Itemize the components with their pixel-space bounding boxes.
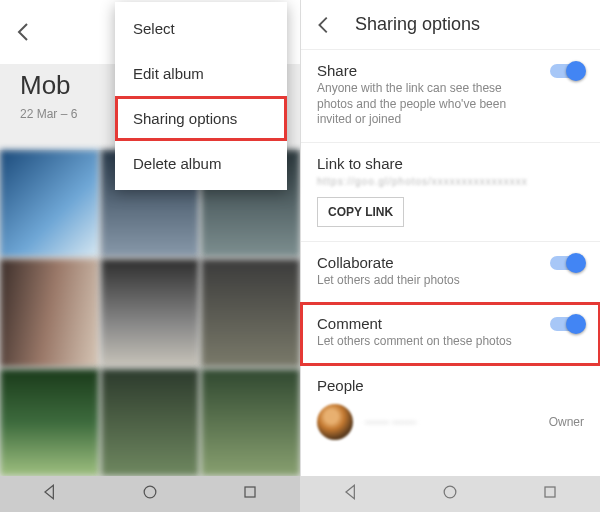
photo-grid — [0, 150, 300, 476]
link-section: Link to share https://goo.gl/photos/xxxx… — [301, 143, 600, 242]
svg-rect-3 — [545, 487, 555, 497]
photo-thumb[interactable] — [0, 369, 99, 476]
nav-recent-icon[interactable] — [240, 482, 260, 506]
overflow-menu: Select Edit album Sharing options Delete… — [115, 2, 287, 190]
person-role: Owner — [549, 415, 584, 429]
photo-thumb[interactable] — [0, 150, 99, 257]
sharing-header: Sharing options — [301, 0, 600, 50]
person-name: —— —— — [365, 415, 416, 429]
menu-delete-album[interactable]: Delete album — [115, 141, 287, 186]
nav-back-icon[interactable] — [341, 482, 361, 506]
nav-home-icon[interactable] — [140, 482, 160, 506]
svg-point-2 — [445, 486, 457, 498]
back-arrow-icon[interactable] — [313, 14, 335, 36]
photo-thumb[interactable] — [201, 369, 300, 476]
photo-thumb[interactable] — [101, 369, 200, 476]
menu-edit-album[interactable]: Edit album — [115, 51, 287, 96]
album-title: Mob — [20, 70, 77, 101]
share-desc: Anyone with the link can see these photo… — [317, 81, 584, 128]
share-toggle[interactable] — [550, 64, 584, 78]
photo-thumb[interactable] — [101, 259, 200, 366]
comment-desc: Let others comment on these photos — [317, 334, 584, 350]
share-url: https://goo.gl/photos/xxxxxxxxxxxxxxxx — [317, 176, 584, 187]
collaborate-label: Collaborate — [317, 254, 584, 271]
people-label: People — [317, 377, 584, 394]
nav-home-icon[interactable] — [440, 482, 460, 506]
link-label: Link to share — [317, 155, 584, 172]
nav-recent-icon[interactable] — [540, 482, 560, 506]
svg-point-0 — [144, 486, 156, 498]
collaborate-toggle[interactable] — [550, 256, 584, 270]
share-label: Share — [317, 62, 584, 79]
people-section: People —— —— Owner — [301, 365, 600, 452]
nav-back-icon[interactable] — [40, 482, 60, 506]
copy-link-button[interactable]: COPY LINK — [317, 197, 404, 227]
menu-select[interactable]: Select — [115, 6, 287, 51]
photo-thumb[interactable] — [201, 259, 300, 366]
share-section: Share Anyone with the link can see these… — [301, 50, 600, 143]
album-title-block: Mob 22 Mar – 6 — [20, 70, 77, 121]
comment-toggle[interactable] — [550, 317, 584, 331]
photo-thumb[interactable] — [0, 259, 99, 366]
android-navbar — [0, 476, 300, 512]
sharing-options-screen: Sharing options Share Anyone with the li… — [300, 0, 600, 512]
comment-label: Comment — [317, 315, 584, 332]
person-row: —— —— Owner — [317, 404, 584, 440]
svg-rect-1 — [245, 487, 255, 497]
page-title: Sharing options — [355, 14, 480, 35]
menu-sharing-options[interactable]: Sharing options — [115, 96, 287, 141]
collaborate-section: Collaborate Let others add their photos — [301, 242, 600, 304]
album-dates: 22 Mar – 6 — [20, 107, 77, 121]
album-screen: Mob 22 Mar – 6 Select Edit album Sharing… — [0, 0, 300, 512]
collaborate-desc: Let others add their photos — [317, 273, 584, 289]
avatar — [317, 404, 353, 440]
comment-section: Comment Let others comment on these phot… — [301, 303, 600, 365]
android-navbar — [301, 476, 600, 512]
back-arrow-icon[interactable] — [12, 20, 36, 44]
